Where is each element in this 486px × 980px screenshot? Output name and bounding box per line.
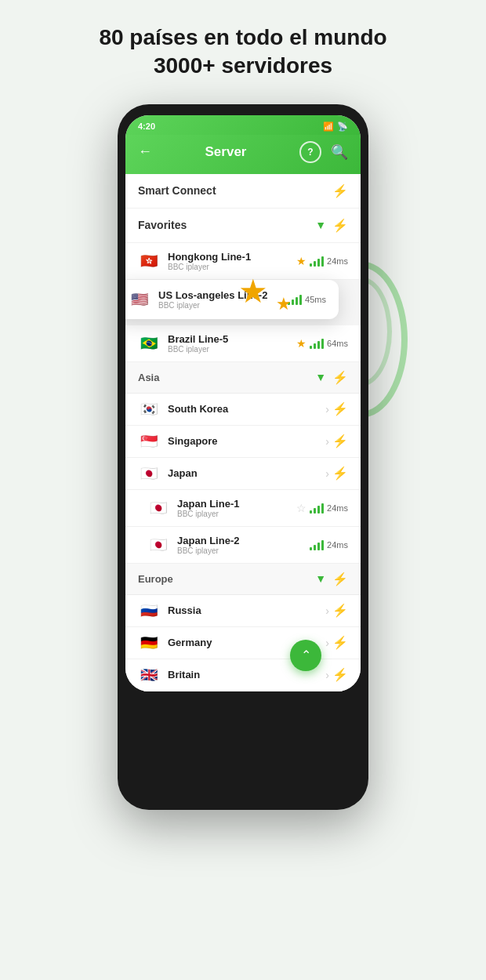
jp1-name: Japan Line-1 — [177, 498, 296, 510]
jp-chevron: › — [325, 467, 329, 480]
hk-signal — [310, 256, 324, 267]
help-button[interactable]: ? — [299, 141, 321, 163]
star-big-decoration: ★ — [238, 272, 268, 310]
jp2-name: Japan Line-2 — [177, 535, 310, 546]
favorites-row[interactable]: Favorites ▼ ⚡ — [125, 209, 361, 243]
hk-meta: ★ 24ms — [296, 255, 348, 267]
app-bar-icons: ? 🔍 — [299, 141, 348, 163]
flag-ru: 🇷🇺 — [138, 603, 160, 619]
sg-chevron: › — [325, 435, 329, 448]
favorites-bolt: ⚡ — [332, 218, 348, 233]
asia-category-header[interactable]: Asia ▼ ⚡ — [125, 362, 361, 394]
time: 4:20 — [138, 122, 155, 131]
smart-connect-bolt: ⚡ — [332, 183, 348, 198]
jp1-meta: ☆ 24ms — [296, 502, 348, 514]
de-bolt: ⚡ — [332, 635, 348, 650]
ru-meta: › ⚡ — [325, 603, 348, 618]
jp2-meta: 24ms — [310, 539, 348, 550]
europe-label: Europe — [138, 573, 173, 585]
flag-de: 🇩🇪 — [138, 635, 160, 651]
favorites-chevron: ▼ — [315, 219, 326, 231]
flag-us: 🇺🇸 — [129, 292, 151, 307]
flag-kr: 🇰🇷 — [138, 401, 160, 417]
tooltip-area: ★ ★ 🇺🇸 US Los-angeles Line-2 BBC iplayer — [125, 280, 361, 325]
jp1-signal — [310, 503, 324, 514]
favorites-actions: ▼ ⚡ — [315, 218, 348, 233]
br-meta: ★ 64ms — [296, 337, 348, 350]
hk-sub: BBC iplayer — [168, 263, 296, 271]
asia-chevron: ▼ — [315, 371, 326, 383]
star-small-decoration: ★ — [276, 294, 292, 314]
jp2-signal — [310, 539, 324, 550]
us-ms: 45ms — [305, 295, 326, 304]
kr-info: South Korea — [168, 403, 325, 415]
us-meta: 45ms — [288, 294, 326, 305]
hk-star: ★ — [296, 255, 306, 267]
phone-screen: 4:20 📶 📡 ← Server ? 🔍 Smart Connect ⚡ — [125, 115, 361, 691]
europe-actions: ▼ ⚡ — [315, 572, 348, 586]
ru-name: Russia — [168, 604, 325, 616]
signal-icon: 📶 — [323, 122, 334, 132]
status-icons: 📶 📡 — [323, 122, 348, 132]
server-item-japan-line2[interactable]: 🇯🇵 Japan Line-2 BBC iplayer 24ms — [125, 527, 361, 564]
jp-info: Japan — [168, 467, 325, 479]
jp1-ms: 24ms — [327, 503, 348, 513]
jp2-ms: 24ms — [327, 540, 348, 550]
server-item-japan[interactable]: 🇯🇵 Japan › ⚡ — [125, 458, 361, 490]
ru-info: Russia — [168, 604, 325, 616]
status-bar: 4:20 📶 📡 — [125, 115, 361, 135]
flag-br: 🇧🇷 — [138, 336, 160, 351]
server-item-britain[interactable]: 🇬🇧 Britain › ⚡ — [125, 659, 361, 691]
asia-bolt: ⚡ — [332, 370, 348, 385]
favorites-label: Favorites — [138, 219, 187, 231]
asia-label: Asia — [138, 372, 159, 383]
hk-info: Hongkong Line-1 BBC iplayer — [168, 251, 296, 271]
sg-bolt: ⚡ — [332, 434, 348, 448]
sg-name: Singapore — [168, 435, 325, 447]
br-info: Brazil Line-5 BBC iplayer — [168, 333, 296, 354]
gb-meta: › ⚡ — [325, 667, 348, 682]
jp2-info: Japan Line-2 BBC iplayer — [177, 535, 310, 555]
smart-connect-row[interactable]: Smart Connect ⚡ — [125, 174, 361, 209]
br-star: ★ — [296, 337, 306, 350]
tooltip-card[interactable]: 🇺🇸 US Los-angeles Line-2 BBC iplayer 45m… — [125, 280, 339, 319]
jp1-star: ☆ — [296, 502, 306, 514]
hk-name: Hongkong Line-1 — [168, 251, 296, 263]
headline: 80 países en todo el mundo 3000+ servido… — [99, 24, 386, 81]
jp-name: Japan — [168, 467, 325, 479]
server-item-south-korea[interactable]: 🇰🇷 South Korea › ⚡ — [125, 394, 361, 426]
search-button[interactable]: 🔍 — [331, 143, 348, 161]
server-item-russia[interactable]: 🇷🇺 Russia › ⚡ — [125, 595, 361, 627]
phone-shell: 4:20 📶 📡 ← Server ? 🔍 Smart Connect ⚡ — [118, 104, 368, 810]
jp-meta: › ⚡ — [325, 466, 348, 481]
de-chevron: › — [325, 637, 329, 649]
server-item-germany[interactable]: 🇩🇪 Germany › ⚡ ⌃ — [125, 627, 361, 659]
app-bar: ← Server ? 🔍 — [125, 135, 361, 174]
flag-jp: 🇯🇵 — [138, 466, 160, 481]
ru-chevron: › — [325, 604, 329, 617]
flag-hk: 🇭🇰 — [138, 253, 160, 269]
europe-category-header[interactable]: Europe ▼ ⚡ — [125, 564, 361, 595]
jp-bolt: ⚡ — [332, 466, 348, 481]
asia-actions: ▼ ⚡ — [315, 370, 348, 385]
kr-chevron: › — [325, 403, 329, 416]
flag-jp1: 🇯🇵 — [147, 500, 169, 516]
br-ms: 64ms — [327, 339, 348, 348]
scroll-to-top-fab[interactable]: ⌃ — [290, 640, 321, 671]
kr-meta: › ⚡ — [325, 401, 348, 416]
hk-ms: 24ms — [327, 256, 348, 266]
server-item-singapore[interactable]: 🇸🇬 Singapore › ⚡ — [125, 426, 361, 458]
jp1-info: Japan Line-1 BBC iplayer — [177, 498, 296, 518]
kr-bolt: ⚡ — [332, 401, 348, 416]
de-meta: › ⚡ — [325, 635, 348, 650]
europe-chevron: ▼ — [315, 572, 326, 585]
ru-bolt: ⚡ — [332, 603, 348, 618]
back-button[interactable]: ← — [138, 143, 152, 160]
wifi-icon: 📡 — [337, 122, 348, 132]
us-sub: BBC iplayer — [158, 301, 288, 310]
gb-chevron: › — [325, 669, 329, 681]
kr-name: South Korea — [168, 403, 325, 415]
server-item-japan-line1[interactable]: 🇯🇵 Japan Line-1 BBC iplayer ☆ 24ms — [125, 490, 361, 527]
app-bar-title: Server — [205, 144, 247, 160]
server-item-brazil[interactable]: 🇧🇷 Brazil Line-5 BBC iplayer ★ 64ms — [125, 325, 361, 362]
